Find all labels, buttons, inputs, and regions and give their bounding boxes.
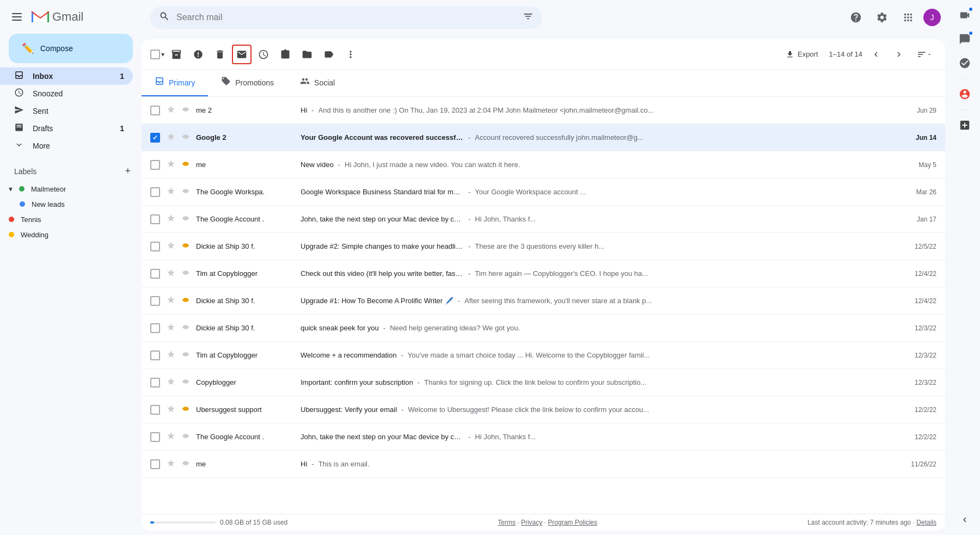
export-button[interactable]: Export [779,47,825,62]
snooze-button[interactable] [254,45,273,64]
star-icon[interactable] [167,323,175,334]
view-options-button[interactable] [912,45,936,64]
email-row[interactable]: ✓Google 2Your Google Account was recover… [142,124,945,151]
terms-link[interactable]: Terms [498,519,516,526]
tab-primary[interactable]: Primary [142,70,208,96]
tab-promotions[interactable]: Promotions [208,70,287,96]
email-checkbox[interactable] [150,160,160,170]
star-icon[interactable] [167,214,175,225]
spaces-icon-button[interactable] [954,52,976,74]
sidebar-label-wedding[interactable]: Wedding [0,227,133,242]
help-button[interactable] [845,7,867,28]
email-row[interactable]: Dickie at Ship 30 f.Upgrade #1: How To B… [142,287,945,315]
sender-name: Tim at Copyblogger [196,269,294,278]
labels-button[interactable] [319,45,339,64]
select-dropdown-arrow[interactable]: ▾ [161,51,164,58]
details-link[interactable]: Details [916,519,936,526]
email-checkbox[interactable] [150,378,160,388]
sidebar-label-new-leads[interactable]: New leads [0,196,133,212]
email-checkbox[interactable] [150,214,160,224]
more-options-button[interactable] [341,45,360,64]
sidebar-label-tennis[interactable]: Tennis [0,212,133,227]
star-icon[interactable] [167,105,175,116]
email-checkbox[interactable] [150,106,160,115]
assign-button[interactable] [275,45,295,64]
email-row[interactable]: meNew video - Hi John, I just made a new… [142,151,945,179]
email-checkbox[interactable] [150,242,160,251]
email-row[interactable]: The Google Account .John, take the next … [142,423,945,451]
search-filter-icon[interactable] [523,11,534,24]
add-plugin-button[interactable] [954,114,976,136]
email-row[interactable]: Tim at CopybloggerWelcome + a recommenda… [142,342,945,369]
email-checkbox[interactable]: ✓ [150,133,160,143]
settings-button[interactable] [871,7,893,28]
email-row[interactable]: meHi - This is an email.11/26/22 [142,451,945,478]
next-page-button[interactable] [890,45,908,64]
email-checkbox[interactable] [150,269,160,279]
privacy-link[interactable]: Privacy [521,519,542,526]
email-row[interactable]: Ubersuggest supportUbersuggest: Verify y… [142,396,945,423]
email-row[interactable]: Tim at CopybloggerCheck out this video (… [142,260,945,287]
storage-text: 0.08 GB of 15 GB used [220,519,287,526]
star-icon[interactable] [167,187,175,198]
meet-icon-button[interactable] [954,4,976,26]
sidebar-item-sent[interactable]: Sent [0,102,133,120]
select-all-dropdown[interactable]: ▾ [150,50,164,59]
footer-links: Terms · Privacy · Program Policies [498,519,597,526]
star-icon[interactable] [167,459,175,470]
email-checkbox[interactable] [150,350,160,360]
email-separator: - [311,460,314,468]
star-icon[interactable] [167,296,175,306]
star-icon[interactable] [167,241,175,252]
prev-page-button[interactable] [867,45,885,64]
star-icon[interactable] [167,377,175,388]
star-icon[interactable] [167,268,175,279]
email-row[interactable]: Dickie at Ship 30 f.Upgrade #2: Simple c… [142,233,945,260]
delete-button[interactable] [210,45,230,64]
report-spam-button[interactable] [188,45,208,64]
star-icon[interactable] [167,132,175,143]
archive-button[interactable] [167,45,186,64]
search-icon[interactable] [159,11,170,24]
program-policies-link[interactable]: Program Policies [548,519,597,526]
search-box[interactable] [150,7,542,29]
email-row[interactable]: The Google Account .John, take the next … [142,206,945,233]
email-separator: - [468,242,470,250]
star-icon[interactable] [167,404,175,415]
email-checkbox[interactable] [150,187,160,197]
email-row[interactable]: The Google Workspa.Google Workspace Busi… [142,179,945,206]
email-checkbox[interactable] [150,405,160,415]
email-checkbox[interactable] [150,323,160,333]
search-input[interactable] [176,13,516,22]
chat-icon-button[interactable] [954,28,976,50]
svg-rect-0 [12,13,22,14]
email-row[interactable]: Dickie at Ship 30 f.quick sneak peek for… [142,315,945,342]
add-label-button[interactable]: + [122,163,133,179]
move-button[interactable] [297,45,317,64]
email-checkbox[interactable] [150,432,160,442]
sidebar-label-mailmeteor[interactable]: ▾ Mailmeteor [0,181,133,196]
email-content: New video - Hi John, I just made a new v… [301,161,908,169]
apps-button[interactable] [897,7,919,28]
compose-button[interactable]: ✏️ Compose [9,34,133,63]
mark-read-button[interactable] [232,45,252,64]
email-checkbox[interactable] [150,459,160,469]
star-icon[interactable] [167,350,175,361]
sidebar-item-more[interactable]: More [0,137,133,155]
drafts-badge: 1 [120,124,124,133]
email-row[interactable]: CopybloggerImportant: confirm your subsc… [142,369,945,396]
expand-panel-button[interactable] [954,509,976,531]
star-icon[interactable] [167,432,175,442]
user-avatar[interactable]: J [923,9,941,26]
contacts-icon-button[interactable] [954,83,976,105]
star-icon[interactable] [167,159,175,170]
sidebar-item-snoozed[interactable]: Snoozed [0,85,133,102]
email-row[interactable]: me 2Hi - And this is another one :) On T… [142,97,945,124]
sidebar-item-drafts[interactable]: Drafts 1 [0,120,133,137]
tab-social[interactable]: Social [287,70,348,96]
sidebar-item-inbox[interactable]: Inbox 1 [0,67,133,85]
select-all-checkbox[interactable] [150,50,160,59]
email-checkbox[interactable] [150,296,160,306]
right-panel-expand[interactable] [954,509,976,531]
hamburger-menu[interactable] [9,9,25,25]
